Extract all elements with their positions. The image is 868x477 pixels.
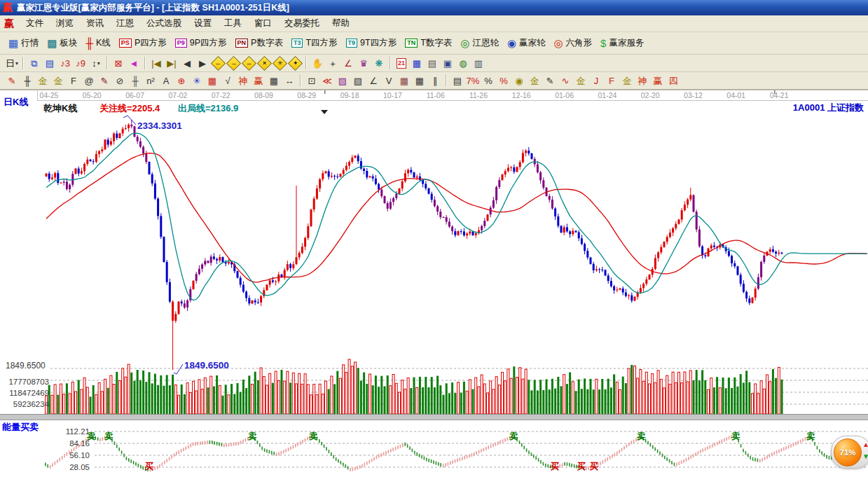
t-square-button[interactable]: T3T四方形 bbox=[287, 36, 342, 50]
gann-marker-button[interactable]: ♛ bbox=[356, 56, 371, 70]
trend-angle-button[interactable]: ∠ bbox=[366, 74, 381, 88]
signal-markers: 卖卖卖卖卖卖卖卖买买买买 bbox=[87, 431, 815, 471]
9p-square-button[interactable]: P99P四方形 bbox=[171, 36, 231, 50]
menu-item-1[interactable]: 浏览 bbox=[50, 16, 80, 31]
candle-style-dropdown-button[interactable]: ↕▾ bbox=[88, 56, 104, 70]
grid-wide-button[interactable]: ╫ bbox=[128, 74, 143, 88]
box-tool-button[interactable]: ⊡ bbox=[304, 74, 319, 88]
zigzag-tool-button[interactable]: V bbox=[381, 74, 397, 88]
chart-panel[interactable]: 04-2505-2006-0707-0207-2208-0908-2909-18… bbox=[0, 90, 868, 477]
menu-item-5[interactable]: 设置 bbox=[188, 16, 218, 31]
p-square-button[interactable]: PSP四方形 bbox=[115, 36, 171, 50]
box-fan-button[interactable]: ▨ bbox=[335, 74, 350, 88]
ruler-123-button[interactable]: ▦ bbox=[266, 74, 282, 88]
signal-strength-badge[interactable]: 71% ▲ ▼ bbox=[831, 436, 868, 469]
percent-7-button[interactable]: 7% bbox=[465, 74, 481, 88]
pan-hand-button[interactable]: ✋ bbox=[310, 56, 325, 70]
square-numbers-button[interactable]: n² bbox=[143, 74, 158, 88]
pane-splitter[interactable] bbox=[0, 414, 868, 420]
grid-box-button[interactable]: ▦ bbox=[205, 74, 220, 88]
winner-wheel-button[interactable]: ◉赢家轮 bbox=[503, 36, 550, 50]
gold-grid-1-button[interactable]: 金 bbox=[35, 74, 50, 88]
percent-button[interactable]: % bbox=[481, 74, 496, 88]
menu-item-8[interactable]: 交易委托 bbox=[278, 16, 326, 31]
expand-scale-button[interactable]: ↔ bbox=[241, 56, 256, 70]
f-angle-button[interactable]: F bbox=[604, 74, 619, 88]
gann-wheel-button[interactable]: ◎江恩轮 bbox=[456, 36, 503, 50]
menu-item-3[interactable]: 江恩 bbox=[110, 16, 140, 31]
crosshair-circle-button[interactable]: ⊕ bbox=[174, 74, 189, 88]
bars-3-button[interactable]: ♪3 bbox=[57, 56, 73, 70]
prev-bar-button[interactable]: ◀ bbox=[179, 56, 195, 70]
measure-pen-button[interactable]: ✎ bbox=[97, 74, 112, 88]
print-button[interactable]: ▥ bbox=[471, 56, 486, 70]
win-tool-button[interactable]: 赢 bbox=[251, 74, 266, 88]
grid-lines-button[interactable]: ╫ bbox=[20, 74, 35, 88]
sqrt-lines-button[interactable]: √ bbox=[220, 74, 235, 88]
menu-item-9[interactable]: 帮助 bbox=[326, 16, 356, 31]
first-bar-button[interactable]: |◀ bbox=[149, 56, 164, 70]
spiral-button[interactable]: @ bbox=[81, 74, 97, 88]
smart-analysis-button[interactable]: ❋ bbox=[371, 56, 387, 70]
draw-mark-button[interactable]: ✎ bbox=[542, 74, 558, 88]
period-dropdown-button[interactable]: 日▾ bbox=[4, 56, 20, 70]
info-list-button[interactable]: ▤ bbox=[42, 56, 57, 70]
fan-lines-button[interactable]: ≪ bbox=[319, 74, 335, 88]
four-angle-button[interactable]: 四 bbox=[666, 74, 681, 88]
stats-panel-button[interactable]: ▤ bbox=[450, 74, 465, 88]
time-grid-button[interactable]: ▦ bbox=[412, 74, 427, 88]
sectors-button[interactable]: ▩板块 bbox=[43, 36, 81, 50]
shift-left-button[interactable]: ← bbox=[210, 56, 226, 70]
network-button[interactable]: ◍ bbox=[455, 56, 471, 70]
gold-wave-button[interactable]: ∿ bbox=[558, 74, 573, 88]
gold-angle-button[interactable]: 金 bbox=[573, 74, 588, 88]
crosshair-button[interactable]: ＋ bbox=[325, 56, 340, 70]
win-angle-button[interactable]: 赢 bbox=[650, 74, 666, 88]
center-view-button[interactable]: ✳ bbox=[272, 56, 287, 70]
winner-service-button[interactable]: $赢家服务 bbox=[596, 36, 648, 50]
notes-button[interactable]: ▤ bbox=[425, 56, 440, 70]
price-grid-button[interactable]: ▦ bbox=[397, 74, 412, 88]
menu-item-7[interactable]: 窗口 bbox=[248, 16, 278, 31]
fibonacci-grid-button[interactable]: F bbox=[66, 74, 81, 88]
stock-filter-button[interactable]: ⊠ bbox=[111, 56, 126, 70]
j-angle-button[interactable]: J bbox=[588, 74, 604, 88]
percent-line-button[interactable]: % bbox=[496, 74, 511, 88]
width-measure-button[interactable]: ↔ bbox=[282, 74, 297, 88]
gann-circle-button[interactable]: ⊘ bbox=[112, 74, 128, 88]
save-button[interactable]: ▣ bbox=[440, 56, 455, 70]
kline-chart-canvas[interactable]: 04-2505-2006-0707-0207-2208-0908-2909-18… bbox=[0, 90, 868, 477]
9t-square-button[interactable]: T99T四方形 bbox=[342, 36, 401, 50]
shen-tool-button[interactable]: 神 bbox=[235, 74, 251, 88]
calendar-button[interactable]: 21 bbox=[394, 56, 409, 70]
kline-button[interactable]: ╫K线 bbox=[81, 36, 114, 50]
zoom-area-button[interactable]: ⧉ bbox=[27, 56, 42, 70]
angle-measure-button[interactable]: ∠ bbox=[340, 56, 356, 70]
spider-web-button[interactable]: ✳ bbox=[189, 74, 205, 88]
menu-item-0[interactable]: 文件 bbox=[20, 16, 50, 31]
gold-circle-button[interactable]: ◉ bbox=[511, 74, 527, 88]
p-number-table-button[interactable]: PNP数字表 bbox=[231, 36, 287, 50]
hexagon-button[interactable]: ◎六角形 bbox=[549, 36, 596, 50]
shift-right-button[interactable]: → bbox=[226, 56, 241, 70]
compress-scale-button[interactable]: × bbox=[256, 56, 272, 70]
t-number-table-button[interactable]: TNT数字表 bbox=[401, 36, 456, 50]
fit-view-button[interactable]: ✦ bbox=[287, 56, 303, 70]
draw-pen-button[interactable]: ✎ bbox=[4, 74, 20, 88]
color-sort-button[interactable]: ◄ bbox=[126, 56, 142, 70]
calculator-button[interactable]: ▦ bbox=[409, 56, 425, 70]
bars-9-button[interactable]: ♪9 bbox=[73, 56, 88, 70]
gold-grid-2-button[interactable]: 金 bbox=[50, 74, 66, 88]
market-quotes-button[interactable]: ▦行情 bbox=[4, 36, 43, 50]
shen-angle-button[interactable]: 神 bbox=[635, 74, 650, 88]
next-bar-button[interactable]: ▶ bbox=[195, 56, 210, 70]
menu-item-6[interactable]: 工具 bbox=[218, 16, 248, 31]
menu-item-2[interactable]: 资讯 bbox=[80, 16, 110, 31]
gold-levels-button[interactable]: 金 bbox=[527, 74, 542, 88]
box-diagonals-button[interactable]: ▧ bbox=[350, 74, 366, 88]
angle-mirror-button[interactable]: A bbox=[158, 74, 174, 88]
gold-angle-2-button[interactable]: 金 bbox=[619, 74, 635, 88]
last-bar-button[interactable]: ▶| bbox=[164, 56, 179, 70]
menu-item-4[interactable]: 公式选股 bbox=[140, 16, 188, 31]
parallel-lines-button[interactable]: ∥ bbox=[427, 74, 443, 88]
